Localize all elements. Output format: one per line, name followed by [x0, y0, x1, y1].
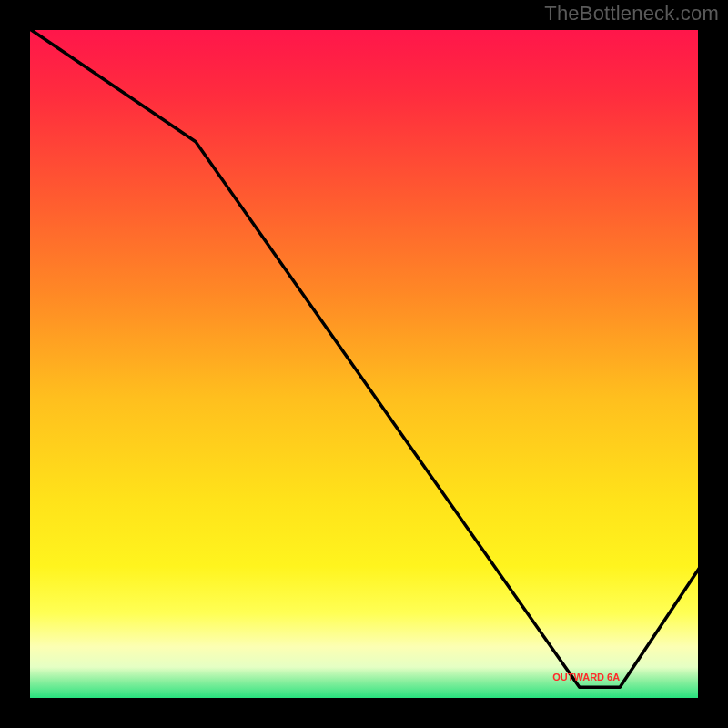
chart-svg: OUTWARD 6A [0, 0, 728, 728]
plot-background [27, 27, 701, 701]
chart-annotation: OUTWARD 6A [552, 672, 620, 682]
chart-root: TheBottleneck.com OUTWARD 6A [0, 0, 728, 728]
watermark-text: TheBottleneck.com [544, 2, 719, 25]
